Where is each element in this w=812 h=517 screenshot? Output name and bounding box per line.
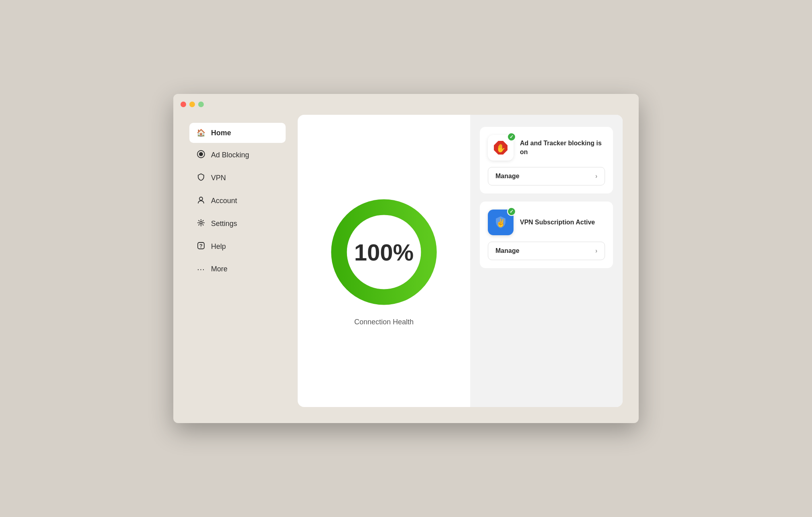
health-label: Connection Health bbox=[354, 318, 414, 326]
stop-sign-svg: ✋ bbox=[493, 140, 509, 156]
svg-point-3 bbox=[200, 222, 202, 224]
vpn-header: ✌️ ✓ VPN Subscription Active bbox=[488, 210, 605, 235]
health-percentage: 100% bbox=[354, 238, 414, 265]
svg-point-2 bbox=[199, 197, 203, 200]
sidebar-label-ad-blocking: Ad Blocking bbox=[211, 151, 249, 159]
vpn-shield-svg: ✌️ bbox=[493, 215, 508, 230]
home-icon: 🏠 bbox=[197, 128, 205, 137]
main-panel: 100% Connection Health ✋ bbox=[298, 115, 623, 407]
ad-blocking-icon bbox=[197, 150, 205, 160]
vpn-icon bbox=[197, 173, 205, 183]
close-button[interactable] bbox=[181, 102, 186, 107]
sidebar-label-settings: Settings bbox=[211, 220, 237, 228]
health-section: 100% Connection Health bbox=[298, 115, 470, 407]
vpn-manage-label: Manage bbox=[495, 247, 520, 254]
minimize-button[interactable] bbox=[189, 102, 195, 107]
title-bar bbox=[173, 94, 639, 115]
ad-tracker-card: ✋ ✓ Ad and Tracker blocking is on Manage… bbox=[480, 127, 613, 193]
health-circle: 100% bbox=[328, 196, 440, 308]
vpn-check-badge: ✓ bbox=[507, 207, 516, 216]
right-section: ✋ ✓ Ad and Tracker blocking is on Manage… bbox=[470, 115, 623, 407]
ad-tracker-manage-label: Manage bbox=[495, 173, 520, 180]
sidebar-item-home[interactable]: 🏠 Home bbox=[189, 123, 286, 143]
ad-tracker-manage-button[interactable]: Manage › bbox=[488, 167, 605, 185]
svg-point-1 bbox=[199, 152, 203, 156]
vpn-status-text: VPN Subscription Active bbox=[520, 218, 595, 227]
sidebar-item-help[interactable]: ? Help bbox=[189, 236, 286, 257]
ad-tracker-check-badge: ✓ bbox=[507, 132, 516, 141]
app-window: 🏠 Home Ad Blocking VPN bbox=[173, 94, 639, 423]
more-icon: ··· bbox=[197, 265, 205, 274]
sidebar-item-ad-blocking[interactable]: Ad Blocking bbox=[189, 145, 286, 166]
sidebar-label-vpn: VPN bbox=[211, 174, 226, 182]
vpn-icon-wrap: ✌️ ✓ bbox=[488, 210, 514, 235]
svg-text:?: ? bbox=[199, 243, 203, 249]
help-icon: ? bbox=[197, 242, 205, 252]
maximize-button[interactable] bbox=[198, 102, 204, 107]
content-area: 🏠 Home Ad Blocking VPN bbox=[173, 115, 639, 423]
vpn-manage-button[interactable]: Manage › bbox=[488, 242, 605, 260]
ad-tracker-header: ✋ ✓ Ad and Tracker blocking is on bbox=[488, 135, 605, 161]
sidebar: 🏠 Home Ad Blocking VPN bbox=[189, 115, 286, 407]
sidebar-item-vpn[interactable]: VPN bbox=[189, 167, 286, 189]
vpn-card: ✌️ ✓ VPN Subscription Active Manage › bbox=[480, 202, 613, 268]
ad-tracker-icon-wrap: ✋ ✓ bbox=[488, 135, 514, 161]
sidebar-label-home: Home bbox=[211, 129, 231, 137]
svg-text:✋: ✋ bbox=[496, 143, 506, 153]
sidebar-label-help: Help bbox=[211, 242, 226, 251]
ad-tracker-status-text: Ad and Tracker blocking is on bbox=[520, 139, 605, 157]
sidebar-item-more[interactable]: ··· More bbox=[189, 259, 286, 279]
sidebar-item-settings[interactable]: Settings bbox=[189, 213, 286, 234]
ad-tracker-chevron-icon: › bbox=[595, 173, 597, 180]
sidebar-label-more: More bbox=[211, 265, 227, 273]
svg-text:✌️: ✌️ bbox=[496, 218, 506, 228]
sidebar-item-account[interactable]: Account bbox=[189, 190, 286, 212]
vpn-chevron-icon: › bbox=[595, 247, 597, 254]
sidebar-label-account: Account bbox=[211, 197, 237, 205]
account-icon bbox=[197, 196, 205, 206]
settings-icon bbox=[197, 219, 205, 229]
